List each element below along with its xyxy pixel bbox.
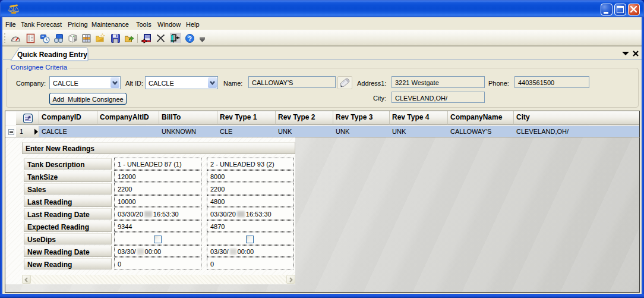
svg-text:?: ? xyxy=(188,35,192,42)
